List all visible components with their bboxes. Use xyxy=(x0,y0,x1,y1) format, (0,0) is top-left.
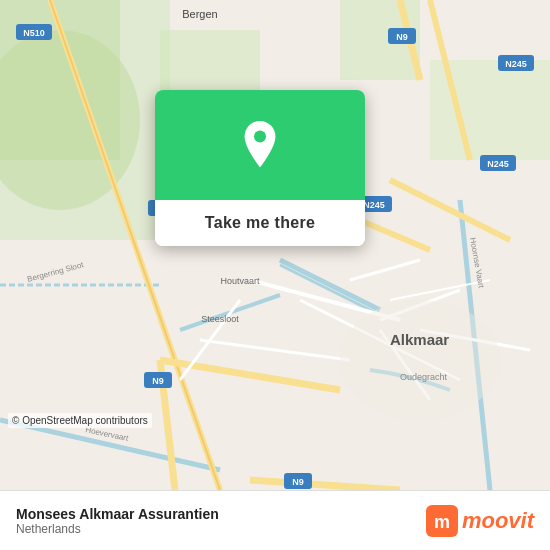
svg-text:N510: N510 xyxy=(23,28,45,38)
popup-green-area xyxy=(155,90,365,200)
svg-text:Houtvaart: Houtvaart xyxy=(220,276,260,286)
svg-rect-4 xyxy=(160,30,260,90)
bottom-left: Monsees Alkmaar Assurantien Netherlands xyxy=(16,506,219,536)
osm-credit: © OpenStreetMap contributors xyxy=(8,413,152,428)
svg-text:N245: N245 xyxy=(363,200,385,210)
moovit-logo: m moovit xyxy=(426,505,534,537)
svg-text:m: m xyxy=(434,512,450,532)
map-container: N510 N9 N9 N9 N245 N245 N245 N510 xyxy=(0,0,550,490)
svg-text:Bergen: Bergen xyxy=(182,8,217,20)
svg-point-56 xyxy=(254,130,266,142)
svg-text:N9: N9 xyxy=(292,477,304,487)
moovit-logo-text: moovit xyxy=(462,508,534,534)
popup-card: Take me there xyxy=(155,90,365,246)
moovit-icon: m xyxy=(426,505,458,537)
svg-text:N245: N245 xyxy=(487,159,509,169)
location-pin-icon xyxy=(236,121,284,169)
bottom-bar: Monsees Alkmaar Assurantien Netherlands … xyxy=(0,490,550,550)
svg-point-47 xyxy=(340,300,500,420)
svg-text:Steesloot: Steesloot xyxy=(201,314,239,324)
svg-text:N245: N245 xyxy=(505,59,527,69)
svg-text:N9: N9 xyxy=(396,32,408,42)
svg-text:N9: N9 xyxy=(152,376,164,386)
take-me-there-button[interactable]: Take me there xyxy=(155,200,365,246)
place-country: Netherlands xyxy=(16,522,219,536)
place-name: Monsees Alkmaar Assurantien xyxy=(16,506,219,522)
svg-text:Oudegracht: Oudegracht xyxy=(400,372,448,382)
svg-text:Alkmaar: Alkmaar xyxy=(390,331,449,348)
